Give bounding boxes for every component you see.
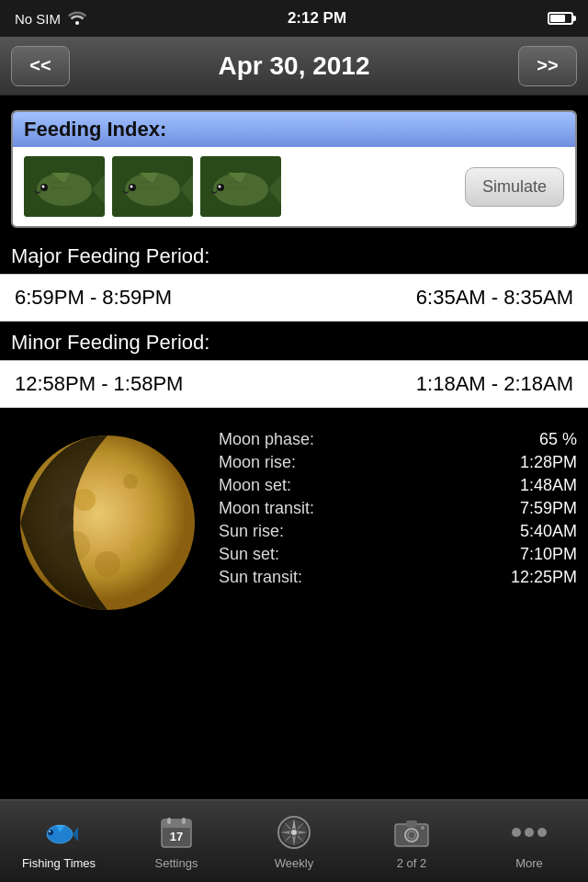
moon-set-value: 1:48AM — [520, 476, 577, 495]
svg-point-56 — [537, 828, 547, 837]
sun-rise-value: 5:40AM — [520, 522, 577, 541]
major-feeding-times: 6:59PM - 8:59PM 6:35AM - 8:35AM — [0, 274, 588, 322]
moon-transit-label: Moon transit: — [219, 499, 314, 518]
svg-rect-50 — [406, 820, 417, 827]
sun-set-row: Sun set: 7:10PM — [219, 545, 577, 564]
moon-info: Moon phase: 65 % Moon rise: 1:28PM Moon … — [219, 426, 577, 587]
minor-feeding-times: 12:58PM - 1:58PM 1:18AM - 2:18AM — [0, 360, 588, 408]
minor-time-1: 12:58PM - 1:58PM — [15, 372, 183, 396]
sun-transit-label: Sun transit: — [219, 568, 302, 587]
moon-rise-value: 1:28PM — [520, 453, 577, 472]
svg-rect-34 — [162, 820, 191, 828]
compass-icon — [274, 812, 314, 853]
more-icon — [509, 812, 549, 853]
svg-rect-36 — [182, 818, 186, 824]
moon-section: Moon phase: 65 % Moon rise: 1:28PM Moon … — [0, 408, 588, 638]
nav-title: Apr 30, 2012 — [219, 51, 370, 81]
sun-rise-row: Sun rise: 5:40AM — [219, 522, 577, 541]
feeding-index-label: Feeding Index: — [24, 118, 166, 141]
tab-photos-label: 2 of 2 — [397, 856, 427, 870]
svg-text:17: 17 — [170, 830, 183, 843]
moon-set-row: Moon set: 1:48AM — [219, 476, 577, 495]
tab-settings-label: Settings — [155, 856, 198, 870]
svg-point-30 — [48, 830, 53, 835]
svg-point-31 — [49, 831, 51, 832]
wifi-icon — [68, 10, 86, 28]
status-bar: No SIM 2:12 PM — [0, 0, 588, 37]
status-right — [548, 12, 573, 25]
status-left: No SIM — [15, 10, 86, 28]
svg-marker-28 — [73, 827, 78, 842]
minor-time-2: 1:18AM - 2:18AM — [416, 372, 573, 396]
tab-fishing-times-label: Fishing Times — [22, 856, 96, 870]
carrier-text: No SIM — [15, 11, 61, 27]
fishing-times-icon — [39, 812, 79, 853]
simulate-button[interactable]: Simulate — [465, 167, 564, 207]
status-time: 2:12 PM — [288, 9, 346, 28]
moon-transit-value: 7:59PM — [520, 499, 577, 518]
moon-transit-row: Moon transit: 7:59PM — [219, 499, 577, 518]
moon-phase-label: Moon phase: — [219, 430, 314, 449]
svg-point-53 — [421, 826, 424, 830]
tab-more-label: More — [515, 856, 543, 870]
tab-settings[interactable]: 17 Settings — [118, 812, 235, 870]
nav-bar: << Apr 30, 2012 >> — [0, 37, 588, 96]
tab-photos[interactable]: 2 of 2 — [353, 812, 470, 870]
svg-point-5 — [42, 186, 45, 188]
fish-icons — [24, 156, 281, 217]
moon-phase-value: 65 % — [539, 430, 577, 449]
minor-feeding-label: Minor Feeding Period: — [0, 322, 588, 360]
major-time-2: 6:35AM - 8:35AM — [416, 286, 573, 310]
svg-point-21 — [123, 474, 138, 489]
next-button[interactable]: >> — [518, 46, 577, 86]
moon-phase-row: Moon phase: 65 % — [219, 430, 577, 449]
feeding-index-body: Simulate — [13, 147, 575, 226]
svg-point-20 — [74, 489, 96, 511]
svg-point-26 — [147, 507, 160, 520]
moon-rise-label: Moon rise: — [219, 453, 296, 472]
svg-rect-35 — [167, 818, 171, 824]
tab-weekly[interactable]: Weekly — [235, 812, 353, 870]
moon-rise-row: Moon rise: 1:28PM — [219, 453, 577, 472]
svg-point-17 — [219, 186, 221, 188]
svg-point-24 — [95, 551, 120, 577]
svg-point-55 — [525, 828, 534, 837]
sun-transit-value: 12:25PM — [511, 568, 577, 587]
sun-set-value: 7:10PM — [520, 545, 577, 564]
settings-icon: 17 — [156, 812, 197, 853]
camera-icon — [391, 812, 432, 853]
moon-set-label: Moon set: — [219, 476, 291, 495]
fish-icon-3 — [200, 156, 281, 217]
tab-bar: Fishing Times 17 Settings — [0, 799, 588, 882]
feeding-index-header: Feeding Index: — [13, 112, 575, 147]
feeding-index-section: Feeding Index: — [11, 110, 577, 228]
tab-more[interactable]: More — [470, 812, 588, 870]
sun-rise-label: Sun rise: — [219, 522, 284, 541]
main-content: Feeding Index: — [0, 96, 588, 645]
major-feeding-label: Major Feeding Period: — [0, 235, 588, 274]
moon-image — [11, 426, 204, 619]
major-time-1: 6:59PM - 8:59PM — [15, 286, 172, 310]
sun-set-label: Sun set: — [219, 545, 279, 564]
fish-icon-1 — [24, 156, 105, 217]
tab-fishing-times[interactable]: Fishing Times — [0, 812, 118, 870]
battery-icon — [548, 12, 573, 25]
svg-point-48 — [291, 830, 297, 835]
svg-point-54 — [512, 828, 521, 837]
fish-icon-2 — [112, 156, 193, 217]
tab-weekly-label: Weekly — [275, 856, 313, 870]
svg-point-23 — [130, 537, 149, 555]
prev-button[interactable]: << — [11, 46, 70, 86]
sun-transit-row: Sun transit: 12:25PM — [219, 568, 577, 587]
svg-point-11 — [130, 186, 133, 188]
